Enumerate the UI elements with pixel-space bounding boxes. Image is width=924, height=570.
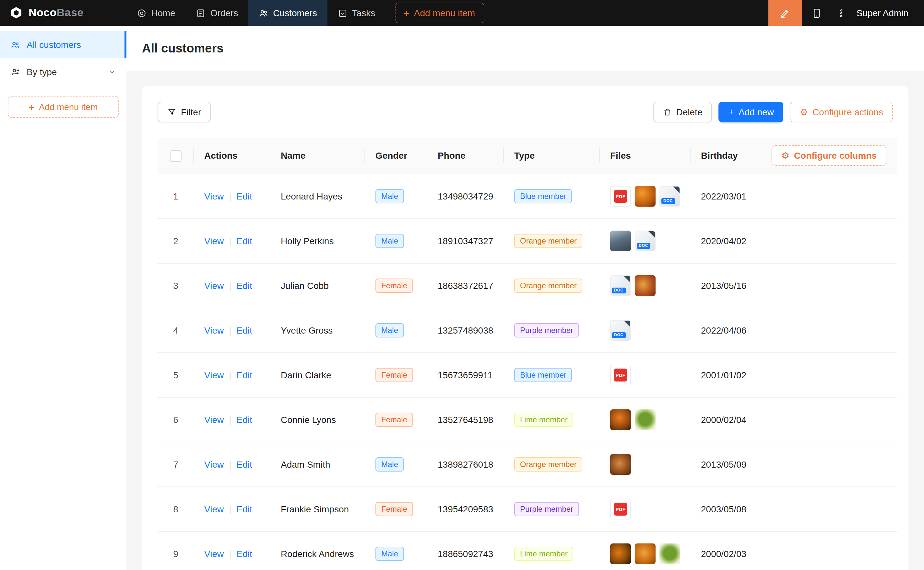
main-menu: Home Orders Customers Tasks + Add menu i… [126, 0, 484, 26]
row-index: 4 [173, 325, 178, 336]
nav-add-menu-item-button[interactable]: + Add menu item [395, 3, 484, 23]
sidebar-add-menu-item-label: Add menu item [39, 102, 98, 112]
trash-icon [663, 107, 672, 116]
row-index: 2 [173, 236, 178, 246]
image-file-thumbnail[interactable] [610, 409, 631, 430]
more-options-button[interactable] [832, 0, 852, 26]
birthday: 2022/03/01 [701, 191, 746, 201]
nav-item-orders[interactable]: Orders [186, 0, 249, 26]
doc-file-thumbnail[interactable]: DOC [610, 320, 631, 341]
image-file-thumbnail[interactable] [610, 544, 631, 564]
phone-number: 18638372617 [438, 280, 493, 291]
sidebar-add-menu-item-button[interactable]: + Add menu item [8, 96, 119, 118]
add-new-button[interactable]: + Add new [718, 101, 784, 122]
type-tag: Blue member [514, 368, 572, 382]
gender-tag: Female [375, 279, 413, 293]
sidebar-item-all-customers[interactable]: All customers [0, 31, 126, 58]
view-link[interactable]: View [204, 459, 224, 470]
view-link[interactable]: View [204, 415, 224, 425]
image-file-thumbnail[interactable] [635, 275, 656, 296]
view-link[interactable]: View [204, 280, 224, 291]
birthday: 2000/02/03 [701, 549, 746, 559]
top-nav: NocoBase Home Orders Customers Tasks + A… [0, 0, 924, 26]
sidebar-item-label: All customers [26, 40, 81, 50]
nav-item-label: Customers [273, 8, 317, 18]
folded-corner-icon [649, 231, 655, 238]
edit-link[interactable]: Edit [236, 504, 252, 514]
kebab-menu-icon [837, 8, 847, 18]
table-row: 5 View|Edit Darin Clarke Female 15673659… [158, 353, 897, 397]
edit-link[interactable]: Edit [236, 191, 252, 201]
delete-button[interactable]: Delete [653, 101, 712, 122]
type-tag: Orange member [514, 457, 583, 472]
view-link[interactable]: View [204, 504, 224, 514]
view-link[interactable]: View [204, 370, 224, 380]
edit-link[interactable]: Edit [236, 415, 252, 425]
edit-link[interactable]: Edit [236, 459, 252, 470]
action-separator: | [229, 504, 231, 514]
pdf-file-thumbnail[interactable]: PDF [610, 499, 631, 519]
action-separator: | [229, 549, 231, 559]
customer-name: Roderick Andrews [281, 549, 354, 559]
row-index: 1 [173, 191, 178, 201]
image-file-thumbnail[interactable] [635, 186, 656, 207]
pdf-file-thumbnail[interactable]: PDF [610, 365, 631, 385]
configure-actions-button[interactable]: ⚙ Configure actions [790, 101, 893, 122]
view-link[interactable]: View [204, 236, 224, 246]
table-row: 2 View|Edit Holly Perkins Male 189103473… [158, 219, 897, 263]
select-all-header [158, 138, 194, 174]
logo-text: NocoBase [29, 6, 84, 20]
configure-columns-button[interactable]: ⚙ Configure columns [772, 146, 886, 166]
filter-button[interactable]: Filter [158, 101, 211, 122]
column-header-name: Name [271, 138, 365, 174]
edit-link[interactable]: Edit [236, 549, 252, 559]
plus-icon: + [29, 102, 34, 112]
doc-file-thumbnail[interactable]: DOC [660, 186, 680, 207]
pdf-file-thumbnail[interactable]: PDF [610, 186, 631, 207]
image-file-thumbnail[interactable] [635, 544, 656, 564]
ui-editor-button[interactable] [769, 0, 802, 26]
doc-badge: DOC [637, 243, 650, 249]
nav-item-tasks[interactable]: Tasks [327, 0, 386, 26]
image-file-thumbnail[interactable] [610, 231, 631, 251]
edit-link[interactable]: Edit [236, 370, 252, 380]
birthday: 2022/04/06 [701, 325, 746, 336]
doc-file-thumbnail[interactable]: DOC [610, 275, 631, 296]
edit-link[interactable]: Edit [236, 325, 252, 336]
nav-add-menu-item-label: Add menu item [414, 8, 475, 18]
select-all-checkbox[interactable] [170, 150, 181, 162]
pdf-icon: PDF [614, 369, 627, 382]
doc-file-thumbnail[interactable]: DOC [635, 231, 656, 251]
orders-icon [196, 8, 206, 18]
row-index: 6 [173, 415, 178, 425]
gender-tag: Female [375, 502, 413, 516]
type-tag: Blue member [514, 189, 572, 204]
nav-item-home[interactable]: Home [126, 0, 186, 26]
action-separator: | [229, 370, 231, 380]
edit-link[interactable]: Edit [236, 236, 252, 246]
sidebar-item-by-type[interactable]: By type [0, 58, 126, 86]
edit-link[interactable]: Edit [236, 280, 252, 291]
view-link[interactable]: View [204, 325, 224, 336]
logo[interactable]: NocoBase [0, 6, 126, 20]
view-link[interactable]: View [204, 549, 224, 559]
mobile-preview-button[interactable] [802, 0, 832, 26]
configure-columns-header: ⚙ Configure columns [772, 138, 897, 174]
image-file-thumbnail[interactable] [635, 409, 656, 430]
user-menu[interactable]: Super Admin [852, 8, 924, 18]
nav-item-label: Orders [211, 8, 238, 18]
main-area: All customers Filter Delete + [126, 26, 924, 570]
nav-item-label: Home [151, 8, 175, 18]
highlighter-icon [780, 8, 791, 18]
files-cell: DOC [610, 320, 680, 341]
image-file-thumbnail[interactable] [660, 544, 680, 564]
tasks-icon [338, 8, 347, 18]
nav-item-customers[interactable]: Customers [248, 0, 327, 26]
view-link[interactable]: View [204, 191, 224, 201]
delete-label: Delete [676, 107, 703, 117]
table-toolbar: Filter Delete + Add new ⚙ Co [158, 101, 893, 122]
customers-icon [259, 8, 268, 18]
image-file-thumbnail[interactable] [610, 454, 631, 475]
column-header-actions: Actions [194, 138, 271, 174]
nav-item-label: Tasks [352, 8, 375, 18]
